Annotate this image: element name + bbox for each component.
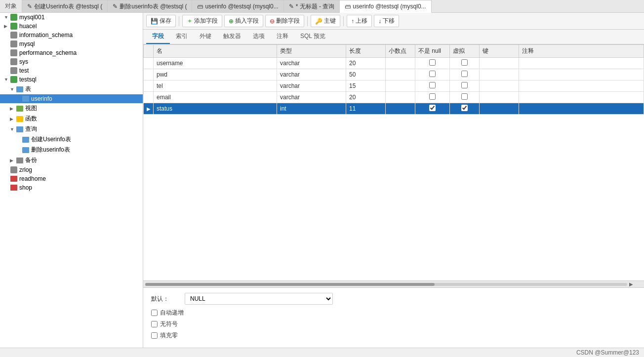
- tab-index[interactable]: 索引: [170, 30, 194, 44]
- not-null-checkbox[interactable]: [429, 59, 436, 66]
- sidebar-item-test[interactable]: test: [0, 66, 143, 75]
- row-not-null[interactable]: [415, 80, 450, 92]
- sidebar-item-performance-schema[interactable]: performance_schema: [0, 48, 143, 57]
- sidebar-item-information-schema[interactable]: information_schema: [0, 31, 143, 40]
- row-type[interactable]: varchar: [277, 58, 346, 69]
- move-down-button[interactable]: ↓ 下移: [374, 15, 399, 27]
- row-comment[interactable]: [519, 103, 644, 115]
- virtual-checkbox[interactable]: [461, 71, 468, 77]
- table-row[interactable]: pwd varchar 50: [144, 69, 644, 80]
- row-decimal[interactable]: [386, 80, 415, 92]
- row-comment[interactable]: [519, 80, 644, 92]
- tab-comment[interactable]: 注释: [271, 30, 294, 44]
- row-length[interactable]: 20: [346, 92, 386, 103]
- tab-create-userinfo[interactable]: ✎ 创建Userinfo表 @testsql (: [22, 0, 108, 12]
- object-label[interactable]: 对象: [0, 0, 22, 12]
- tab-userinfo-mysql[interactable]: 🗃 userinfo @testsql (mysql0...: [192, 0, 283, 12]
- tab-options[interactable]: 选项: [247, 30, 271, 44]
- row-type[interactable]: varchar: [277, 69, 346, 80]
- row-type[interactable]: varchar: [277, 80, 346, 92]
- sidebar-item-backup[interactable]: ▶ 备份: [0, 155, 143, 165]
- row-not-null[interactable]: [415, 103, 450, 115]
- insert-field-button[interactable]: ⊕ 插入字段: [224, 15, 263, 27]
- row-key[interactable]: [480, 58, 519, 69]
- row-arrow: [144, 69, 154, 80]
- not-null-checkbox[interactable]: [429, 71, 436, 77]
- unsigned-checkbox[interactable]: [151, 321, 158, 327]
- delete-field-button[interactable]: ⊖ 删除字段: [265, 15, 304, 27]
- sidebar-item-readhome[interactable]: readhome: [0, 174, 143, 183]
- row-decimal[interactable]: [386, 69, 415, 80]
- tab-delete-userinfo[interactable]: ✎ 删除userinfo表 @testsql (: [108, 0, 192, 12]
- tab-trigger[interactable]: 触发器: [217, 30, 247, 44]
- tab-foreign[interactable]: 外键: [194, 30, 217, 44]
- row-length[interactable]: 50: [346, 69, 386, 80]
- sidebar-item-huacel[interactable]: ▶ huacel: [0, 22, 143, 31]
- table-row[interactable]: tel varchar 15: [144, 80, 644, 92]
- row-virtual[interactable]: [450, 92, 480, 103]
- not-null-checkbox[interactable]: [429, 93, 436, 100]
- auto-increment-checkbox[interactable]: [151, 310, 158, 316]
- sidebar-item-query-delete[interactable]: 删除userinfo表: [0, 145, 143, 155]
- save-button[interactable]: 💾 保存: [146, 15, 176, 27]
- virtual-checkbox[interactable]: [461, 59, 468, 66]
- sidebar-item-queries[interactable]: ▼ 查询: [0, 124, 143, 134]
- row-name[interactable]: username: [154, 58, 277, 69]
- tab-userinfo-active[interactable]: 🗃 userinfo @testsql (mysql0...: [340, 0, 431, 13]
- sidebar-item-tables[interactable]: ▼ 表: [0, 84, 143, 94]
- row-virtual[interactable]: [450, 69, 480, 80]
- default-select[interactable]: NULL: [185, 293, 333, 305]
- row-type[interactable]: varchar: [277, 92, 346, 103]
- zerofill-checkbox[interactable]: [151, 332, 158, 339]
- sidebar-item-shop[interactable]: shop: [0, 183, 143, 192]
- row-length[interactable]: 20: [346, 58, 386, 69]
- row-key[interactable]: [480, 80, 519, 92]
- move-up-button[interactable]: ↑ 上移: [347, 15, 372, 27]
- row-type[interactable]: int: [277, 103, 346, 115]
- row-virtual[interactable]: [450, 80, 480, 92]
- sidebar-item-functions[interactable]: ▶ 函数: [0, 114, 143, 124]
- row-decimal[interactable]: [386, 58, 415, 69]
- row-decimal[interactable]: [386, 92, 415, 103]
- row-decimal[interactable]: [386, 103, 415, 115]
- horizontal-scrollbar[interactable]: ▶: [143, 280, 644, 287]
- row-virtual[interactable]: [450, 103, 480, 115]
- virtual-checkbox[interactable]: [461, 105, 468, 111]
- row-comment[interactable]: [519, 58, 644, 69]
- row-comment[interactable]: [519, 92, 644, 103]
- sidebar-item-userinfo[interactable]: userinfo: [0, 94, 143, 103]
- tab-sql-preview[interactable]: SQL 预览: [294, 30, 331, 44]
- add-field-button[interactable]: ＋ 添加字段: [182, 15, 222, 27]
- row-not-null[interactable]: [415, 69, 450, 80]
- virtual-checkbox[interactable]: [461, 82, 468, 88]
- primary-key-button[interactable]: 🔑 主键: [311, 15, 340, 27]
- row-not-null[interactable]: [415, 58, 450, 69]
- row-not-null[interactable]: [415, 92, 450, 103]
- table-row[interactable]: ▶ status int 11: [144, 103, 644, 115]
- row-virtual[interactable]: [450, 58, 480, 69]
- row-key[interactable]: [480, 69, 519, 80]
- sidebar-item-sys[interactable]: sys: [0, 57, 143, 66]
- row-name[interactable]: status: [154, 103, 277, 115]
- table-row[interactable]: username varchar 20: [144, 58, 644, 69]
- virtual-checkbox[interactable]: [461, 93, 468, 100]
- row-name[interactable]: email: [154, 92, 277, 103]
- not-null-checkbox[interactable]: [429, 82, 436, 88]
- row-key[interactable]: [480, 92, 519, 103]
- sidebar-item-mysql[interactable]: mysql: [0, 40, 143, 48]
- sidebar-item-testsql[interactable]: ▼ testsql: [0, 75, 143, 84]
- row-comment[interactable]: [519, 69, 644, 80]
- sidebar-item-zrlog[interactable]: zrlog: [0, 165, 143, 174]
- sidebar-item-query-create[interactable]: 创建Userinfo表: [0, 134, 143, 145]
- sidebar-item-mysql001[interactable]: ▼ mysql001: [0, 13, 143, 22]
- tab-untitled-query[interactable]: ✎ * 无标题 - 查询: [284, 0, 340, 12]
- row-length[interactable]: 15: [346, 80, 386, 92]
- row-length[interactable]: 11: [346, 103, 386, 115]
- not-null-checkbox[interactable]: [429, 105, 436, 111]
- tab-field[interactable]: 字段: [146, 30, 170, 44]
- row-name[interactable]: tel: [154, 80, 277, 92]
- row-key[interactable]: [480, 103, 519, 115]
- table-row[interactable]: email varchar 20: [144, 92, 644, 103]
- sidebar-item-views[interactable]: ▶ 视图: [0, 103, 143, 114]
- row-name[interactable]: pwd: [154, 69, 277, 80]
